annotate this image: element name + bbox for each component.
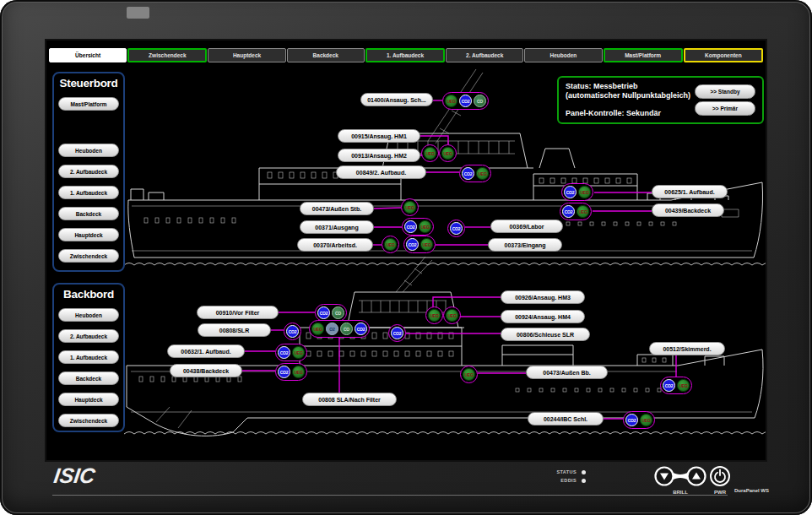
tab-1-aufbaudeck[interactable]: 1. Aufbaudeck (365, 48, 445, 62)
brightness-up-button[interactable] (688, 468, 706, 485)
gas-chip-ueg: UEG (419, 220, 431, 233)
sensor-label-00439[interactable]: 00439/Backdeck (652, 203, 724, 217)
brill-label: BRILL (653, 490, 707, 495)
sensor-label-00632[interactable]: 00632/1. Aufbaud. (167, 344, 245, 358)
gas-chip-co2: CO2 (391, 327, 403, 339)
gas-chip-co2: CO2 (278, 366, 290, 378)
gas-chip-co: CO (332, 306, 344, 319)
tab-bar: ÜbersichtZwischendeckHauptdeckBackdeck1.… (49, 48, 763, 62)
sensor-label-00473bb[interactable]: 00473/Außen Bb. (526, 366, 608, 379)
tab-hauptdeck[interactable]: Hauptdeck (208, 48, 285, 62)
sensor-chips-00439[interactable]: CO2UEG (560, 203, 592, 220)
sensor-chips-00913[interactable]: UEG (421, 144, 439, 162)
deck-button-steuerbord-1-aufbaudeck[interactable]: 1. Aufbaudeck (58, 186, 119, 199)
sensor-chips-00632[interactable]: CO2UEG (275, 344, 307, 361)
sensor-label-00808sla[interactable]: 00808 SLA/Nach Filter (302, 393, 397, 406)
sensor-label-00910[interactable]: 00910/Vor Filter (197, 306, 279, 319)
deck-button-steuerbord-heuboden[interactable]: Heuboden (58, 144, 119, 157)
gas-chip-co2: CO2 (462, 167, 474, 180)
sensor-chips-00806[interactable]: CO2 (388, 324, 406, 342)
sensor-label-00924[interactable]: 00924/Ansaug. HM4 (501, 310, 585, 323)
gas-chip-co: CO (474, 95, 486, 107)
sensor-chips-00473bb[interactable]: UEG (460, 366, 478, 383)
brightness-down-button[interactable] (656, 468, 674, 485)
sensor-label-00926[interactable]: 00926/Ansaug. HM3 (501, 290, 585, 304)
sensor-chips-00438[interactable]: CO2UEG (275, 363, 307, 381)
status-line-2: (automatischer Nullpunktabgleich) (566, 91, 690, 100)
gas-chip-co2: CO2 (663, 379, 675, 392)
sensor-chips-00808slr[interactable]: CO2 (284, 323, 301, 340)
sensor-chips-00808sla[interactable]: UEGO2COCO2 (309, 320, 370, 338)
deck-button-backbord-1-aufbaudeck[interactable]: 1. Aufbaudeck (58, 350, 119, 364)
sensor-label-00849[interactable]: 00849/2. Aufbaud. (336, 165, 426, 179)
tab-zwischendeck[interactable]: Zwischendeck (127, 48, 207, 62)
sensor-chips-00915[interactable]: UEG (439, 144, 457, 162)
sensor-label-00370[interactable]: 00370/Arbeitsd. (297, 238, 373, 252)
panel-pc-bezel: 01400/Ansaug. Sch...UEGCO2CO00915/Ansaug… (0, 0, 812, 515)
tab-heuboden[interactable]: Heuboden (524, 48, 602, 62)
gas-chip-ueg: UEG (384, 238, 397, 251)
sensor-label-00808slr[interactable]: 00808/SLR (198, 323, 271, 337)
sensor-chips-00369[interactable]: CO2 (447, 220, 465, 237)
sensor-label-00438[interactable]: 00438/Backdeck (170, 364, 242, 377)
deck-button-steuerbord-hauptdeck[interactable]: Hauptdeck (58, 228, 119, 241)
sensor-chips-00371[interactable]: CO2UEG (402, 218, 434, 236)
gas-chip-co2: CO2 (562, 205, 575, 218)
screen: 01400/Ansaug. Sch...UEGCO2CO00915/Ansaug… (46, 41, 766, 460)
deck-button-steuerbord-mast-platform[interactable]: Mast/Platform (58, 97, 119, 111)
deck-button-backbord-heuboden[interactable]: Heuboden (58, 308, 119, 322)
eddis-led-label: EDDIS (560, 478, 577, 483)
primary-button[interactable]: >> Primär (695, 101, 755, 116)
sensor-chips-00625[interactable]: CO2UEG (561, 183, 593, 201)
sensor-chips-00373[interactable]: CO2UEG (403, 236, 436, 253)
sensor-label-00473stb[interactable]: 00473/Außen Stb. (300, 202, 374, 215)
steuerbord-buttons: Mast/PlatformHeuboden2. Aufbaudeck1. Auf… (54, 97, 123, 268)
sensor-chips-00910[interactable]: CO2CO (315, 304, 347, 322)
sensor-chips-00849[interactable]: CO2UEG (459, 165, 491, 182)
deck-button-steuerbord-zwischendeck[interactable]: Zwischendeck (58, 249, 119, 263)
sensor-label-00373[interactable]: 00373/Eingang (488, 238, 562, 252)
gas-chip-ueg: UEG (476, 167, 489, 180)
tab-2-aufbaudeck[interactable]: 2. Aufbaudeck (446, 48, 523, 62)
gas-chip-ueg: UEG (292, 366, 305, 378)
deck-button-backbord-backdeck[interactable]: Backdeck (58, 371, 119, 385)
gas-chip-co2: CO2 (404, 220, 417, 233)
deck-button-backbord-hauptdeck[interactable]: Hauptdeck (58, 393, 119, 406)
sensor-label-00806[interactable]: 00806/Schleuse SLR (501, 328, 590, 341)
gas-chip-co2: CO2 (459, 95, 472, 107)
gas-chip-co2: CO2 (450, 222, 463, 235)
sensor-label-01400[interactable]: 01400/Ansaug. Sch... (360, 93, 433, 106)
sensor-label-00625[interactable]: 00625/1. Aufbaud. (652, 185, 728, 198)
sensor-chips-00512[interactable]: CO2UEG (660, 377, 692, 394)
tab-ubersicht[interactable]: Übersicht (49, 48, 127, 62)
sensor-label-00371[interactable]: 00371/Ausgang (300, 220, 374, 234)
tab-mast-platform[interactable]: Mast/Platform (604, 48, 683, 62)
deck-button-backbord-zwischendeck[interactable]: Zwischendeck (58, 414, 119, 427)
tab-komponenten[interactable]: Komponenten (684, 48, 763, 62)
deck-button-steuerbord-backdeck[interactable]: Backdeck (58, 207, 119, 220)
power-button[interactable] (708, 464, 732, 488)
sensor-chips-00473stb[interactable]: UEG (401, 198, 419, 216)
sensor-label-00244[interactable]: 00244/IBC Schl. (528, 412, 604, 426)
gas-chip-ueg: UEG (292, 346, 305, 359)
sensor-label-00369[interactable]: 00369/Labor (490, 220, 563, 233)
sensor-label-00915[interactable]: 00915/Ansaug. HM1 (338, 129, 420, 143)
deck-button-steuerbord-2-aufbaudeck[interactable]: 2. Aufbaudeck (58, 165, 119, 178)
standby-button[interactable]: >> Standby (695, 84, 755, 99)
gas-chip-co2: CO2 (355, 323, 367, 335)
tab-backdeck[interactable]: Backdeck (287, 48, 365, 62)
sensor-chips-00926[interactable]: UEG (425, 306, 443, 324)
sensor-chips-01400[interactable]: UEGCO2CO (442, 92, 489, 110)
sensor-chips-00244[interactable]: CO2UEG (623, 411, 655, 429)
gas-chip-ueg: UEG (578, 186, 591, 198)
sensor-chips-00924[interactable]: UEG (443, 306, 461, 324)
sensor-label-00913[interactable]: 00913/Ansaug. HM2 (338, 149, 420, 162)
eddis-led (582, 479, 586, 483)
deck-button-backbord-2-aufbaudeck[interactable]: 2. Aufbaudeck (58, 329, 119, 343)
brightness-controls (653, 464, 707, 488)
gas-chip-o2: O2 (326, 323, 338, 335)
gas-chip-co2: CO2 (278, 346, 290, 359)
gas-chip-ueg: UEG (428, 309, 441, 322)
sensor-chips-00370[interactable]: UEG (382, 236, 399, 253)
sensor-label-00512[interactable]: 00512/Skimmerd. (649, 342, 725, 355)
